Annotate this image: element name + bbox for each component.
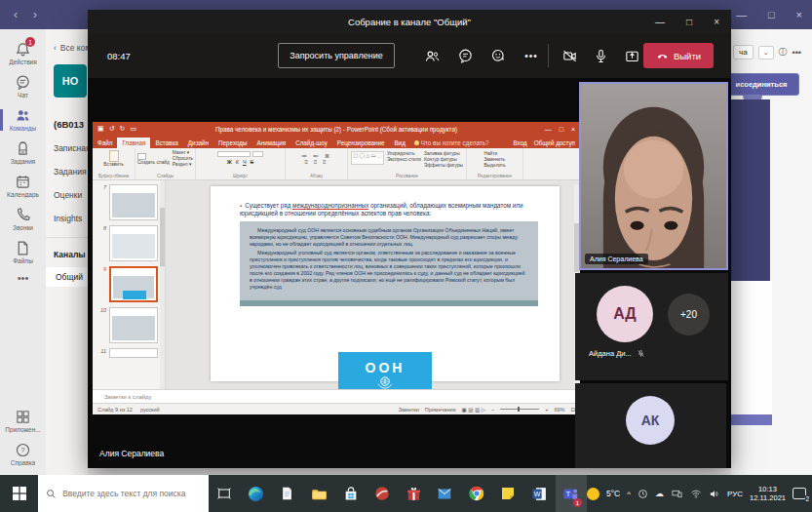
meeting-close-button[interactable]: × [714,17,719,27]
sidebar-item-calendar[interactable]: Календарь [0,174,46,198]
sticky-notes-icon[interactable] [492,475,523,512]
zoom-level[interactable]: 69% [554,407,564,413]
chrome-app-icon[interactable] [461,475,492,512]
tab-insert[interactable]: Вставка [150,138,182,148]
chat-button[interactable] [454,45,476,66]
sidebar-item-activity[interactable]: 1 Действия [0,41,46,65]
align-buttons[interactable]: ≡ ≡ ≡ [305,159,329,165]
share-button[interactable] [621,45,642,66]
reset-button[interactable]: Сбросить [173,156,193,161]
tab-design[interactable]: Дизайн [183,138,213,148]
clock[interactable]: 10:13 12.11.2021 [750,485,786,503]
list-buttons[interactable]: ≔ ≕ ≣ [301,152,330,159]
sidebar-item-apps[interactable]: Приложен... [0,409,46,433]
leave-meeting-button[interactable]: Выйти [643,43,714,68]
shapes-gallery[interactable]: ▢ ◯ △ ▭ ⬚ [351,151,384,165]
camera-toggle-button[interactable] [559,45,580,66]
mic-toggle-button[interactable] [590,45,611,66]
font-name-select[interactable] [217,151,251,157]
sidebar-item-calls[interactable]: Звонки [0,207,46,231]
file-explorer-icon[interactable] [303,475,334,512]
compose-box-edge[interactable] [731,414,772,425]
channel-general[interactable]: Общий [46,267,88,287]
shape-fill-button[interactable]: Заливка фигуры [424,151,463,156]
section-button[interactable]: Раздел ▾ [173,162,193,167]
select-button[interactable]: Выделить [483,163,505,168]
chevron-down-icon[interactable]: ⌄ [758,46,774,59]
tab-home[interactable]: Главная [117,138,150,148]
shape-outline-button[interactable]: Контур фигуры [424,157,463,162]
team-tab-notebook[interactable]: Записная [54,143,88,153]
ppt-minimize-button[interactable]: — [545,126,552,133]
search-input[interactable] [62,489,209,498]
italic-button[interactable]: К [236,159,239,165]
thumbnail-slide-7[interactable]: 7 [93,184,165,220]
share-link[interactable]: Общий доступ [534,139,575,146]
find-button[interactable]: Найти [483,151,505,156]
slide-canvas[interactable]: ▪Существует ряд международнопризнанных о… [211,186,560,381]
teams-close-button[interactable]: × [796,9,802,20]
team-avatar[interactable]: НО [54,64,87,98]
tab-animations[interactable]: Анимация [252,138,291,148]
ppt-close-button[interactable]: × [571,126,575,133]
sidebar-item-more[interactable]: ••• [0,273,46,283]
language-indicator[interactable]: русский [140,407,160,413]
weather-sun-icon[interactable] [587,488,599,500]
sidebar-item-chat[interactable]: Чат [0,74,46,98]
taskbar-search[interactable] [38,475,209,512]
replace-button[interactable]: Заменить [483,157,505,162]
thumbnail-slide-9-selected[interactable]: 9 [93,266,165,302]
action-center-icon[interactable]: 2 [793,488,806,499]
ppt-maximize-button[interactable]: □ [560,126,563,133]
tab-file[interactable]: Файл [93,138,117,148]
task-view-button[interactable] [209,475,240,512]
tell-me-box[interactable]: Что вы хотите сделать? [410,138,493,148]
sidebar-item-help[interactable]: ? Справка [0,442,46,466]
info-icon[interactable]: ⓘ [779,46,788,59]
new-slide-button[interactable]: Создать слайд [137,160,170,165]
participants-button[interactable] [421,45,443,66]
language-indicator[interactable]: РУС [727,490,743,498]
participant-tile-ak[interactable]: АК [575,383,726,468]
tab-slideshow[interactable]: Слайд-шоу [290,138,332,148]
word-app-icon[interactable]: W [523,475,555,512]
start-button[interactable] [0,475,38,512]
sidebar-item-teams[interactable]: Команды [0,107,46,132]
zoom-slider[interactable] [500,409,539,410]
onedrive-cloud-icon[interactable]: ☁ [655,489,664,498]
wifi-icon[interactable] [690,489,702,499]
request-control-button[interactable]: Запросить управление [278,43,395,68]
hidden-icons-chevron[interactable]: ^ [627,490,631,498]
sidebar-item-files[interactable]: Файлы [0,240,46,264]
notes-pane[interactable]: Заметки к слайду [93,389,580,403]
temperature-label[interactable]: 5°C [606,489,620,498]
arrange-button[interactable]: Упорядочить [387,151,421,156]
participants-tile[interactable]: АД +20 Айдана Ди... [575,273,728,380]
paste-icon[interactable] [109,150,119,162]
document-taskbar-icon[interactable] [272,475,303,512]
nav-forward-icon[interactable]: › [33,8,37,21]
zoom-out-button[interactable]: − [491,407,494,413]
tab-transitions[interactable]: Переходы [213,138,252,148]
speaker-icon[interactable] [709,489,720,499]
thumbnail-slide-11[interactable]: 11 [93,348,165,358]
edge-taskbar-icon[interactable] [240,475,271,512]
team-tab-assignments[interactable]: Задания [54,167,88,177]
zoom-in-button[interactable]: + [545,407,548,413]
tab-view[interactable]: Вид [389,138,409,148]
meeting-minimize-button[interactable]: — [655,17,665,27]
bold-button[interactable]: Ж [227,159,232,165]
clock-tray-icon[interactable] [638,489,648,499]
mail-app-icon[interactable] [429,475,460,512]
gift-app-icon[interactable] [398,475,429,512]
sidebar-item-assignments[interactable]: Задания [0,140,46,165]
quick-styles-button[interactable]: Экспресс-стили [387,157,421,162]
join-meeting-button[interactable]: исоединиться [731,73,799,96]
team-tab-insights[interactable]: Insights [54,214,88,223]
device-icon[interactable] [671,489,683,499]
tab-review[interactable]: Рецензирование [332,138,390,148]
comments-toggle[interactable]: Примечания [425,407,456,413]
font-size-select[interactable] [252,151,263,157]
thumbnail-slide-8[interactable]: 8 [93,225,165,261]
teams-minimize-button[interactable]: — [736,9,747,20]
